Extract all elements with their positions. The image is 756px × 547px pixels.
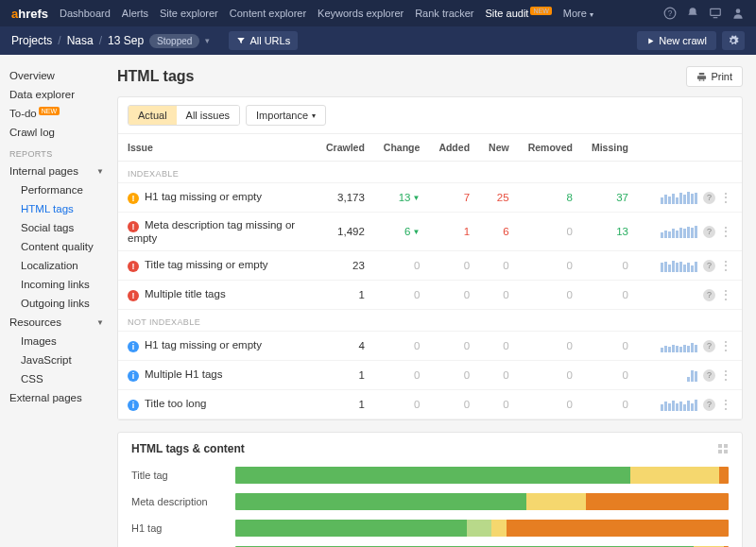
sidebar-item-resources[interactable]: Resources▼ (9, 313, 112, 332)
sidebar-item-to-do[interactable]: To-doNEW (9, 104, 112, 123)
svg-rect-5 (724, 444, 728, 448)
sidebar-item-javascript[interactable]: JavaScript (9, 350, 112, 369)
status-pill[interactable]: Stopped (149, 34, 199, 48)
scope-all[interactable]: All issues (177, 106, 239, 125)
help-icon[interactable]: ? (703, 289, 715, 301)
breadcrumb-date[interactable]: 13 Sep (108, 34, 144, 47)
page-title: HTML tags (117, 68, 194, 85)
table-row[interactable]: iTitle too long100000?⋮ (118, 390, 742, 419)
table-row[interactable]: !H1 tag missing or empty3,17313▼725837?⋮ (118, 183, 742, 213)
sidebar-item-outgoing-links[interactable]: Outgoing links (9, 294, 112, 313)
nav-content-explorer[interactable]: Content explorer (230, 8, 306, 19)
table-row[interactable]: !Meta description tag missing or empty1,… (118, 213, 742, 251)
help-icon[interactable]: ? (703, 369, 715, 382)
top-nav: DashboardAlertsSite explorerContent expl… (60, 8, 663, 19)
table-row[interactable]: iH1 tag missing or empty400000?⋮ (118, 332, 742, 361)
content: HTML tags Print Actual All issues Import… (112, 55, 756, 547)
gear-icon (728, 35, 739, 46)
topbar: ahrefs DashboardAlertsSite explorerConte… (0, 0, 756, 26)
sidebar-item-social-tags[interactable]: Social tags (9, 218, 112, 237)
monitor-icon[interactable] (709, 7, 722, 20)
row-menu[interactable]: ⋮ (719, 338, 732, 353)
breadcrumb-project[interactable]: Nasa (67, 34, 94, 47)
issues-panel: Actual All issues Importance▾ IssueCrawl… (117, 96, 743, 420)
col-removed[interactable]: Removed (519, 134, 582, 162)
col-issue[interactable]: Issue (118, 134, 317, 162)
sparkline (661, 259, 697, 272)
col-change[interactable]: Change (374, 134, 430, 162)
row-menu[interactable]: ⋮ (719, 224, 732, 239)
col-added[interactable]: Added (429, 134, 479, 162)
sidebar-item-performance[interactable]: Performance (9, 180, 112, 199)
nav-rank-tracker[interactable]: Rank tracker (415, 8, 473, 19)
nav-site-audit[interactable]: Site auditNEW (486, 8, 552, 19)
subbar: Projects / Nasa / 13 Sep Stopped ▾ All U… (0, 26, 756, 55)
row-menu[interactable]: ⋮ (719, 368, 732, 383)
row-menu[interactable]: ⋮ (719, 397, 732, 412)
sidebar-item-css[interactable]: CSS (9, 369, 112, 388)
crawl-caret[interactable]: ▾ (205, 36, 210, 45)
sidebar-item-localization[interactable]: Localization (9, 256, 112, 275)
print-icon (696, 72, 707, 82)
col-new[interactable]: New (479, 134, 519, 162)
sidebar-item-data-explorer[interactable]: Data explorer (9, 85, 112, 104)
col-crawled[interactable]: Crawled (317, 134, 374, 162)
print-button[interactable]: Print (686, 66, 743, 87)
row-menu[interactable]: ⋮ (719, 287, 732, 302)
err-icon: ! (128, 290, 139, 301)
sparkline (661, 339, 697, 352)
table-row[interactable]: !Multiple title tags100000?⋮ (118, 281, 742, 310)
help-icon[interactable]: ? (703, 192, 715, 204)
scope-actual[interactable]: Actual (129, 106, 177, 125)
help-icon[interactable]: ? (663, 7, 677, 20)
help-icon[interactable]: ? (703, 340, 715, 352)
sidebar-item-content-quality[interactable]: Content quality (9, 237, 112, 256)
sidebar-item-crawl-log[interactable]: Crawl log (9, 123, 112, 142)
help-icon[interactable]: ? (703, 260, 715, 272)
sparkline (661, 225, 697, 238)
nav-dashboard[interactable]: Dashboard (60, 8, 111, 19)
err-icon: ! (128, 221, 139, 232)
row-menu[interactable]: ⋮ (719, 190, 732, 205)
stacked-bar (235, 467, 729, 484)
nav-more[interactable]: More ▾ (563, 8, 593, 19)
sidebar-item-overview[interactable]: Overview (9, 66, 112, 85)
all-urls-filter[interactable]: All URLs (229, 31, 298, 50)
info-icon: i (128, 370, 139, 382)
nav-site-explorer[interactable]: Site explorer (160, 8, 218, 19)
nav-keywords-explorer[interactable]: Keywords explorer (318, 8, 404, 19)
importance-dropdown[interactable]: Importance▾ (246, 105, 326, 126)
sidebar-item-internal-pages[interactable]: Internal pages▼ (9, 162, 112, 180)
user-icon[interactable] (731, 7, 745, 20)
bar-label: Title tag (131, 470, 235, 481)
stacked-bar (235, 520, 729, 537)
breadcrumb-projects[interactable]: Projects (11, 34, 52, 47)
chart-title: HTML tags & content (131, 442, 245, 455)
help-icon[interactable]: ? (703, 226, 715, 238)
svg-rect-7 (724, 450, 728, 453)
col-missing[interactable]: Missing (582, 134, 638, 162)
bar-label: H1 tag (131, 522, 235, 534)
table-row[interactable]: iMultiple H1 tags100000?⋮ (118, 361, 742, 390)
info-icon: i (128, 400, 139, 411)
sparkline (661, 398, 697, 411)
row-menu[interactable]: ⋮ (719, 258, 732, 273)
sidebar-item-html-tags[interactable]: HTML tags (9, 199, 112, 218)
info-icon: i (128, 341, 139, 352)
settings-button[interactable] (722, 31, 745, 50)
bell-icon[interactable] (686, 7, 699, 20)
sidebar-item-images[interactable]: Images (9, 332, 112, 350)
help-icon[interactable]: ? (703, 399, 715, 411)
new-crawl-button[interactable]: New crawl (637, 31, 716, 50)
logo[interactable]: ahrefs (11, 7, 48, 21)
grid-icon[interactable] (717, 443, 729, 454)
play-icon (646, 37, 655, 45)
nav-alerts[interactable]: Alerts (122, 8, 148, 19)
svg-text:?: ? (668, 9, 673, 18)
table-row[interactable]: !Title tag missing or empty2300000?⋮ (118, 251, 742, 281)
svg-rect-6 (718, 450, 722, 453)
sidebar-item-external-pages[interactable]: External pages (9, 388, 112, 407)
filter-icon (236, 36, 246, 45)
sidebar-item-incoming-links[interactable]: Incoming links (9, 275, 112, 294)
stacked-bar (235, 493, 729, 510)
